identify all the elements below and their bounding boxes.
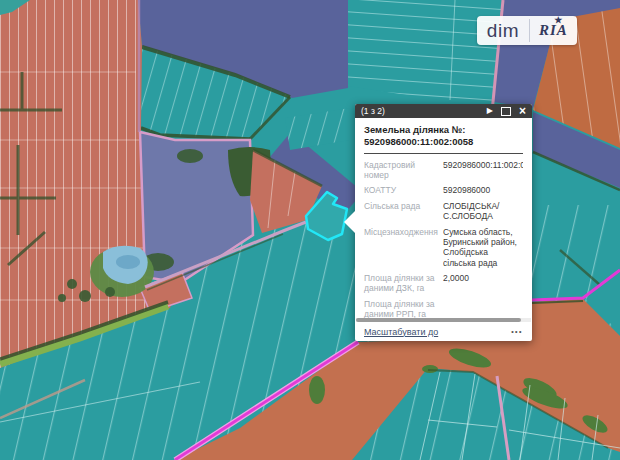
lake-deep-spot	[116, 255, 140, 269]
dim-ria-logo[interactable]: dim ★ RIA	[477, 16, 577, 45]
info-row: Площа ділянки за даними РРП, га	[364, 299, 523, 318]
more-options-button[interactable]: •••	[511, 328, 523, 335]
info-row: КОАТТУ 5920986000	[364, 185, 523, 195]
info-row: Кадастровий номер 5920986000:11:002:0058	[364, 160, 523, 181]
parcel-info-popup: (1 з 2) ▶ × Земельна ділянка №: 59209860…	[355, 104, 532, 341]
popup-pointer	[344, 211, 355, 233]
forest-patch-small	[177, 149, 203, 163]
info-row: Площа ділянки за даними ДЗК, га 2,0000	[364, 273, 523, 294]
info-row: Сільська рада СЛОБІДСЬКА/ С.СЛОБОДА	[364, 201, 523, 222]
parcel-title: Земельна ділянка №: 5920986000:11:002:00…	[364, 124, 523, 148]
popup-horizontal-scrollbar[interactable]	[356, 318, 531, 322]
logo-dim-text: dim	[477, 16, 529, 45]
maximize-icon[interactable]	[501, 107, 511, 116]
popup-header: (1 з 2) ▶ ×	[355, 104, 532, 118]
close-icon[interactable]: ×	[519, 105, 526, 117]
logo-star-icon: ★	[554, 15, 563, 25]
scrollbar-thumb[interactable]	[356, 318, 521, 322]
popup-pager: (1 з 2)	[361, 106, 385, 116]
info-row: Місцезнаходження Сумська область, Буринс…	[364, 227, 523, 268]
popup-footer: Масштабувати до •••	[355, 322, 532, 341]
popup-body: Земельна ділянка №: 5920986000:11:002:00…	[355, 118, 532, 318]
logo-ria-text: ★ RIA	[530, 16, 577, 45]
next-result-icon[interactable]: ▶	[487, 107, 493, 115]
title-separator	[364, 153, 523, 154]
zoom-to-parcel-link[interactable]: Масштабувати до	[364, 327, 438, 337]
